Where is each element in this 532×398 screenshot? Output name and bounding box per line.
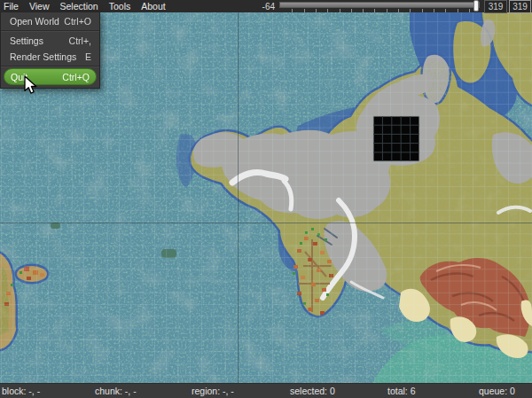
- menu-item-label: Settings: [10, 35, 43, 46]
- menu-item-open-world[interactable]: Open World Ctrl+O: [1, 13, 99, 29]
- shortcut-label: Ctrl+Q: [62, 72, 90, 82]
- slider-ticks: [281, 9, 480, 12]
- status-bar: block: -, - chunk: -, - region: -, - sel…: [0, 383, 532, 398]
- menu-separator: [1, 66, 99, 67]
- status-selected: selected: 0: [290, 386, 335, 396]
- height-min-label: -64: [262, 2, 275, 12]
- menu-file[interactable]: File: [0, 0, 24, 12]
- black-region-overlay: [373, 116, 419, 161]
- menu-view[interactable]: View: [24, 0, 55, 12]
- height-slider[interactable]: [279, 0, 480, 12]
- menu-item-settings[interactable]: Settings Ctrl+,: [1, 33, 99, 49]
- menu-about[interactable]: About: [136, 0, 170, 12]
- menu-item-quit[interactable]: Quit Ctrl+Q: [4, 68, 97, 85]
- menu-item-label: Render Settings: [10, 51, 76, 62]
- menu-item-label: Quit: [11, 72, 27, 82]
- menu-separator: [1, 30, 99, 32]
- file-menu-dropdown: Open World Ctrl+O Settings Ctrl+, Render…: [0, 12, 100, 89]
- shortcut-label: E: [85, 51, 91, 62]
- menu-tools[interactable]: Tools: [104, 0, 137, 12]
- menu-selection[interactable]: Selection: [55, 0, 104, 12]
- menu-item-render-settings[interactable]: Render Settings E: [1, 49, 99, 65]
- status-chunk: chunk: -, -: [95, 386, 137, 396]
- shortcut-label: Ctrl+O: [64, 16, 91, 27]
- height-max-input[interactable]: [509, 0, 531, 13]
- height-value-input[interactable]: [484, 0, 507, 13]
- slider-handle[interactable]: [473, 0, 479, 12]
- menu-item-label: Open World: [10, 16, 59, 27]
- status-region: region: -, -: [192, 386, 234, 396]
- slider-track[interactable]: [279, 2, 480, 8]
- status-queue: queue: 0: [479, 386, 515, 396]
- shortcut-label: Ctrl+,: [69, 35, 91, 46]
- status-block: block: -, -: [2, 386, 40, 396]
- status-total: total: 6: [387, 386, 416, 396]
- menu-bar: File View Selection Tools About -64: [0, 0, 532, 12]
